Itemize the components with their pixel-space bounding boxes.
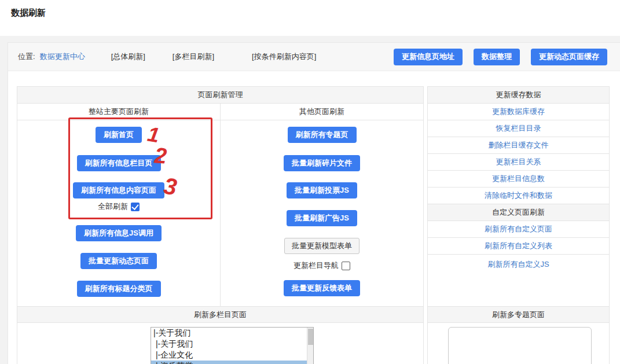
breadcrumb-link-multi-column-refresh[interactable]: [多栏目刷新] [173, 52, 214, 62]
page-refresh-table: 页面刷新管理 整站主要页面刷新 其他页面刷新 刷新首页 刷新所有信息栏目页 刷新… [17, 86, 424, 364]
batch-refresh-fragment-files-button[interactable]: 批量刷新碎片文件 [284, 155, 360, 171]
data-organize-button[interactable]: 数据整理 [474, 49, 520, 65]
refresh-custom-pages-link[interactable]: 刷新所有自定义页面 [485, 225, 552, 233]
all-refresh-checkbox[interactable] [131, 203, 140, 211]
refresh-all-info-content-pages-button[interactable]: 刷新所有信息内容页面 [73, 182, 164, 198]
breadcrumb-home-link[interactable]: 数据更新中心 [40, 52, 85, 62]
update-column-relations-link[interactable]: 更新栏目关系 [496, 157, 541, 166]
list-item[interactable]: |-关于我们 [151, 339, 313, 350]
refresh-all-info-column-pages-button[interactable]: 刷新所有信息栏目页 [77, 155, 161, 171]
breadcrumb-bar: 位置: 数据更新中心 [总体刷新] [多栏目刷新] [按条件刷新内容页] 更新信… [8, 43, 620, 71]
main-pages-column-header: 整站主要页面刷新 [17, 104, 221, 120]
multi-column-refresh-title: 刷新多栏目页面 [17, 307, 423, 323]
update-column-info-count-link[interactable]: 更新栏目信息数 [492, 174, 545, 183]
table-row: 删除栏目缓存文件 [428, 137, 609, 154]
table-row: 刷新所有自定义列表 [428, 238, 609, 255]
breadcrumb-link-conditional-refresh[interactable]: [按条件刷新内容页] [252, 52, 316, 62]
batch-update-model-forms-button[interactable]: 批量更新模型表单 [284, 238, 359, 254]
table-row: 更新数据库缓存 [428, 104, 609, 120]
list-item-selected[interactable]: |-资质荣誉 [151, 361, 313, 364]
table-row: 更新栏目信息数 [428, 171, 609, 187]
cache-data-table: 更新缓存数据 更新数据库缓存 恢复栏目目录 删除栏目缓存文件 更新栏目关系 更新… [427, 86, 610, 364]
table-row: 恢复栏目目录 [428, 120, 609, 137]
delete-column-cache-files-link[interactable]: 删除栏目缓存文件 [489, 141, 549, 149]
refresh-all-title-category-pages-button[interactable]: 刷新所有标题分类页 [77, 281, 161, 297]
main-pages-cell: 刷新首页 刷新所有信息栏目页 刷新所有信息内容页面 全部刷新 刷新所有信息JS调… [17, 120, 221, 306]
listbox-scrollbar-thumb[interactable] [308, 329, 313, 345]
multi-special-box-row [428, 323, 609, 364]
page-refresh-body: 刷新首页 刷新所有信息栏目页 刷新所有信息内容页面 全部刷新 刷新所有信息JS调… [17, 120, 423, 307]
update-dynamic-page-cache-button[interactable]: 更新动态页面缓存 [531, 49, 607, 65]
update-column-nav-option: 更新栏目导航 [294, 260, 350, 271]
list-item[interactable]: |-关于我们 [151, 328, 313, 339]
all-refresh-option: 全部刷新 [98, 201, 140, 212]
list-item[interactable]: |-企业文化 [151, 350, 313, 361]
table-row: 更新栏目关系 [428, 154, 609, 171]
update-column-nav-checkbox[interactable] [342, 262, 350, 270]
other-pages-cell: 刷新所有专题页 批量刷新碎片文件 批量刷新投票JS 批量刷新广告JS 批量更新模… [221, 120, 423, 306]
custom-page-refresh-title: 自定义页面刷新 [428, 204, 609, 221]
table-row: 刷新所有自定义JS [428, 255, 609, 307]
table-row: 刷新所有自定义页面 [428, 221, 609, 238]
page-refresh-table-title: 页面刷新管理 [17, 87, 423, 104]
update-db-cache-link[interactable]: 更新数据库缓存 [492, 107, 545, 116]
refresh-custom-js-link[interactable]: 刷新所有自定义JS [487, 260, 549, 269]
breadcrumb-link-total-refresh[interactable]: [总体刷新] [111, 52, 145, 62]
batch-update-dynamic-pages-button[interactable]: 批量更新动态页面 [80, 253, 157, 269]
update-column-nav-label: 更新栏目导航 [294, 260, 339, 271]
batch-update-feedback-forms-button[interactable]: 批量更新反馈表单 [284, 280, 360, 296]
batch-refresh-ad-js-button[interactable]: 批量刷新广告JS [287, 210, 357, 226]
listbox-scrollbar[interactable] [307, 328, 313, 364]
clear-temp-files-link[interactable]: 清除临时文件和数据 [485, 191, 552, 200]
breadcrumb-label: 位置: [18, 52, 35, 62]
batch-refresh-vote-js-button[interactable]: 批量刷新投票JS [287, 182, 357, 198]
page-title: 数据刷新 [11, 8, 46, 19]
multi-column-listbox-row: |-关于我们 |-关于我们 |-企业文化 |-资质荣誉 [17, 323, 423, 364]
special-pages-select-box[interactable] [448, 327, 592, 364]
cache-data-title: 更新缓存数据 [428, 87, 609, 104]
refresh-all-special-pages-button[interactable]: 刷新所有专题页 [288, 127, 357, 143]
page-refresh-subheaders: 整站主要页面刷新 其他页面刷新 [17, 104, 423, 120]
refresh-custom-lists-link[interactable]: 刷新所有自定义列表 [485, 241, 552, 250]
restore-column-directory-link[interactable]: 恢复栏目目录 [496, 124, 541, 133]
refresh-all-info-js-calls-button[interactable]: 刷新所有信息JS调用 [76, 225, 162, 241]
column-multi-select[interactable]: |-关于我们 |-关于我们 |-企业文化 |-资质荣誉 [151, 327, 314, 364]
main-panel: 位置: 数据更新中心 [总体刷新] [多栏目刷新] [按条件刷新内容页] 更新信… [8, 42, 620, 364]
toolbar: 更新信息页地址 数据整理 更新动态页面缓存 [394, 49, 620, 65]
update-info-page-url-button[interactable]: 更新信息页地址 [394, 49, 463, 65]
other-pages-column-header: 其他页面刷新 [221, 104, 423, 120]
refresh-homepage-button[interactable]: 刷新首页 [96, 127, 142, 143]
multi-special-refresh-title: 刷新多专题页面 [428, 307, 609, 323]
all-refresh-label: 全部刷新 [98, 201, 128, 212]
table-row: 清除临时文件和数据 [428, 187, 609, 204]
